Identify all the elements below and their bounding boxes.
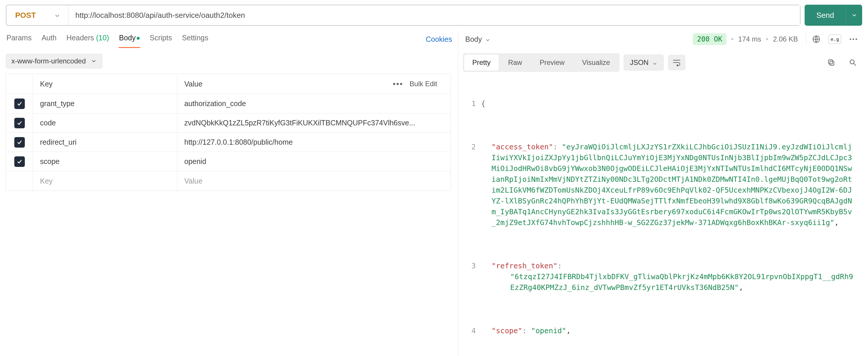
row-value[interactable]: openid	[177, 152, 451, 171]
json-key: "access_token"	[492, 143, 553, 151]
row-checkbox[interactable]	[14, 118, 25, 128]
response-size: 2.06 KB	[773, 35, 798, 43]
svg-point-3	[856, 38, 857, 40]
table-row: grant_type authorization_code	[6, 94, 451, 113]
json-key: "refresh_token"	[492, 262, 558, 270]
chevron-down-icon	[54, 12, 60, 19]
line-wrap-toggle[interactable]	[668, 55, 685, 70]
globe-icon[interactable]	[810, 34, 822, 44]
tab-scripts[interactable]: Scripts	[149, 31, 172, 47]
body-type-select[interactable]: x-www-form-urlencoded	[6, 54, 102, 68]
json-string: "openid"	[531, 326, 566, 335]
table-row-new: Key Value	[6, 171, 451, 190]
send-button-group: Send	[805, 5, 862, 26]
tab-auth[interactable]: Auth	[41, 31, 57, 47]
row-key[interactable]: scope	[33, 152, 177, 171]
separator-dot: •	[766, 35, 768, 43]
save-response-button[interactable]: e.g	[829, 34, 841, 44]
tab-headers[interactable]: Headers (10)	[66, 31, 110, 47]
response-time: 174 ms	[738, 35, 762, 43]
status-badge: 200 OK	[693, 33, 726, 45]
chevron-down-icon	[485, 36, 491, 42]
response-view-tabs: Pretty Raw Preview Visualize	[463, 53, 619, 72]
body-type-label: x-www-form-urlencoded	[11, 57, 86, 65]
response-header: Body 200 OK • 174 ms • 2.06 KB e.g	[463, 31, 862, 47]
view-pretty[interactable]: Pretty	[464, 54, 499, 71]
row-key-input[interactable]: Key	[33, 171, 177, 190]
response-section-label: Body	[465, 35, 482, 43]
separator-dot: •	[731, 35, 733, 43]
request-url-group: POST	[6, 5, 801, 26]
svg-point-1	[850, 38, 851, 40]
tab-headers-label: Headers	[67, 34, 94, 42]
svg-rect-4	[830, 61, 834, 65]
key-column-header: Key	[33, 74, 177, 94]
tab-params[interactable]: Params	[6, 31, 32, 47]
response-body-viewer[interactable]: 1{ 2"access_token": "eyJraWQiOiJlcmljLXJ…	[463, 77, 862, 356]
row-value-input[interactable]: Value	[177, 171, 451, 190]
json-key: "scope"	[492, 326, 522, 335]
cookies-link[interactable]: Cookies	[426, 35, 458, 43]
row-value[interactable]: http://127.0.0.1:8080/public/home	[177, 133, 451, 152]
json-string: "6tzqzI27J4IFBRDb4TjlxbDFKV_gTliwaQblPkr…	[510, 272, 853, 292]
row-key[interactable]: grant_type	[33, 94, 177, 113]
row-checkbox[interactable]	[14, 137, 25, 148]
http-method-select[interactable]: POST	[6, 5, 68, 25]
view-raw[interactable]: Raw	[500, 54, 530, 71]
response-section-select[interactable]: Body	[463, 33, 493, 45]
value-column-header: Value	[184, 80, 203, 88]
json-string: "eyJraWQiOiJlcmljLXJzYS1rZXkiLCJhbGciOiJ…	[492, 143, 852, 227]
row-checkbox-empty	[6, 171, 33, 190]
svg-point-6	[850, 60, 854, 64]
row-checkbox[interactable]	[14, 98, 25, 109]
chevron-down-icon	[652, 60, 657, 65]
table-options-button[interactable]: •••	[393, 79, 403, 89]
table-header-row: Key Value ••• Bulk Edit	[6, 74, 451, 94]
request-tabs: Params Auth Headers (10) Body Scripts Se…	[6, 31, 458, 47]
send-options-button[interactable]	[846, 5, 862, 26]
more-options-button[interactable]	[847, 34, 859, 44]
http-method-label: POST	[15, 11, 36, 20]
response-format-label: JSON	[630, 58, 649, 67]
table-row: redirect_uri http://127.0.0.1:8080/publi…	[6, 133, 451, 152]
chevron-down-icon	[91, 58, 97, 64]
url-input[interactable]	[68, 5, 800, 25]
send-button[interactable]: Send	[805, 5, 846, 26]
body-modified-dot	[137, 37, 140, 40]
view-preview[interactable]: Preview	[531, 54, 573, 71]
checkbox-column-header	[6, 74, 33, 94]
row-checkbox[interactable]	[14, 156, 25, 167]
tab-settings[interactable]: Settings	[181, 31, 209, 47]
bulk-edit-button[interactable]: Bulk Edit	[409, 80, 437, 88]
search-icon[interactable]	[847, 58, 859, 67]
table-row: code zvdNQbkKkQ1zZL5pzR7tiKyfG3tFiKUKXil…	[6, 113, 451, 133]
form-data-table: Key Value ••• Bulk Edit grant_type autho…	[6, 73, 451, 191]
view-visualize[interactable]: Visualize	[574, 54, 618, 71]
tab-body[interactable]: Body	[119, 31, 141, 47]
row-value[interactable]: authorization_code	[177, 94, 451, 113]
svg-point-2	[853, 38, 854, 40]
row-key[interactable]: code	[33, 113, 177, 132]
row-value[interactable]: zvdNQbkKkQ1zZL5pzR7tiKyfG3tFiKUKXilTBCMN…	[177, 113, 451, 132]
headers-count: (10)	[96, 34, 109, 42]
tab-body-label: Body	[119, 34, 136, 42]
row-key[interactable]: redirect_uri	[33, 133, 177, 152]
svg-rect-5	[829, 60, 833, 64]
response-format-select[interactable]: JSON	[624, 54, 664, 71]
copy-icon[interactable]	[825, 58, 837, 67]
table-row: scope openid	[6, 152, 451, 171]
